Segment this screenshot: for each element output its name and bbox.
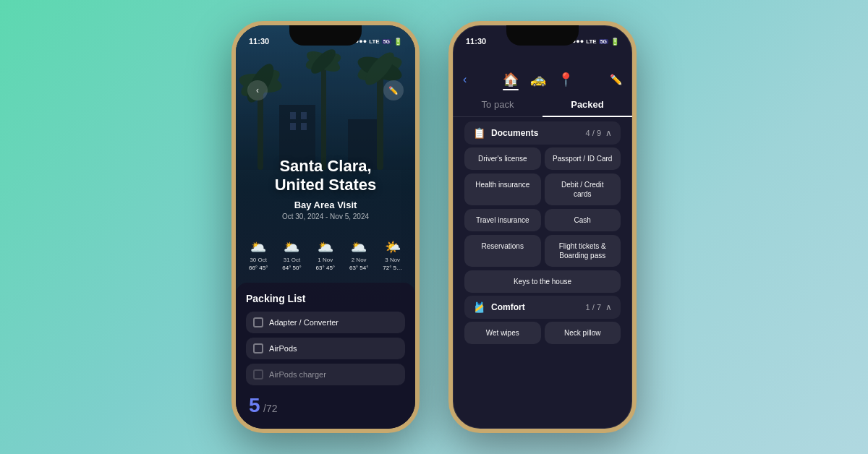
documents-category-left: 📋 Documents bbox=[473, 127, 538, 139]
status-icons-2: ●●● LTE 5G 🔋 bbox=[572, 38, 619, 46]
weather-temps-3: 63° 54° bbox=[349, 265, 368, 271]
item-cash[interactable]: Cash bbox=[545, 209, 621, 231]
city-section: Santa Clara, United States Bay Area Visi… bbox=[236, 142, 415, 228]
weather-day-0: 🌥️ 30 Oct 66° 45° bbox=[249, 239, 268, 271]
nav-location-icon[interactable]: 📍 bbox=[558, 72, 574, 87]
comfort-chevron-icon: ∧ bbox=[605, 302, 612, 312]
packing-counter: 5 /72 bbox=[249, 394, 278, 417]
back-button-1[interactable]: ‹ bbox=[247, 80, 268, 100]
packing-title: Packing List bbox=[246, 293, 305, 304]
item-reservations[interactable]: Reservations bbox=[464, 235, 541, 267]
weather-label-2: 1 Nov bbox=[318, 257, 333, 263]
packing-header: Packing List bbox=[246, 293, 405, 304]
checkbox-1[interactable] bbox=[253, 343, 263, 354]
item-wet-wipes[interactable]: Wet wipes bbox=[464, 322, 541, 344]
documents-category-header[interactable]: 📋 Documents 4 / 9 ∧ bbox=[464, 121, 621, 145]
weather-temps-2: 63° 45° bbox=[316, 265, 335, 271]
lte-badge-1: LTE bbox=[369, 38, 380, 45]
tab-packed[interactable]: Packed bbox=[542, 93, 632, 117]
categories-section: 📋 Documents 4 / 9 ∧ Driver's license Pas… bbox=[453, 117, 632, 429]
item-label-1: AirPods bbox=[269, 344, 297, 353]
comfort-count: 1 / 7 bbox=[586, 303, 601, 312]
phone2-nav: ‹ 🏠 🚕 📍 ✏️ bbox=[453, 67, 632, 90]
item-label-0: Adapter / Converter bbox=[269, 318, 339, 327]
phone-2: 11:30 ●●● LTE 5G 🔋 ‹ 🏠 🚕 📍 ✏️ bbox=[448, 21, 637, 433]
item-label-2: AirPods charger bbox=[269, 370, 326, 379]
counter-number: 5 bbox=[249, 394, 260, 416]
weather-temps-1: 64° 50° bbox=[282, 265, 301, 271]
comfort-icon: 🎽 bbox=[473, 301, 485, 313]
weather-label-4: 3 Nov bbox=[385, 257, 400, 263]
tabs-row: To pack Packed bbox=[453, 93, 632, 117]
weather-icon-2: 🌥️ bbox=[318, 239, 333, 255]
documents-chevron-icon: ∧ bbox=[605, 128, 612, 138]
weather-day-4: 🌤️ 3 Nov 72° 5… bbox=[383, 239, 402, 271]
active-indicator bbox=[503, 89, 519, 90]
5g-badge-2: 5G bbox=[599, 39, 608, 44]
edit-button-1[interactable]: ✏️ bbox=[383, 80, 404, 100]
comfort-category-left: 🎽 Comfort bbox=[473, 301, 525, 313]
phone-notch-1 bbox=[289, 25, 362, 46]
comfort-items-grid: Wet wipes Neck pillow bbox=[459, 322, 626, 344]
weather-icon-4: 🌤️ bbox=[385, 239, 401, 255]
comfort-count-group: 1 / 7 ∧ bbox=[586, 302, 612, 312]
weather-temps-0: 66° 45° bbox=[249, 265, 268, 271]
phone-notch-2 bbox=[506, 25, 579, 46]
weather-temps-4: 72° 5… bbox=[383, 265, 402, 271]
packing-items-list: Adapter / Converter AirPods AirPods char… bbox=[246, 312, 405, 385]
comfort-label: Comfort bbox=[491, 302, 525, 312]
nav-car-icon[interactable]: 🚕 bbox=[530, 72, 546, 87]
weather-day-1: 🌥️ 31 Oct 64° 50° bbox=[282, 239, 301, 271]
battery-icon-1: 🔋 bbox=[393, 38, 402, 46]
list-item[interactable]: AirPods bbox=[246, 338, 405, 359]
5g-badge-1: 5G bbox=[382, 39, 391, 44]
time-2: 11:30 bbox=[466, 37, 486, 46]
documents-label: Documents bbox=[491, 128, 538, 138]
documents-count: 4 / 9 bbox=[586, 129, 601, 137]
trip-name: Bay Area Visit bbox=[250, 200, 401, 210]
phone-1: 11:30 ●●● LTE 5G 🔋 ‹ ✏️ Santa Clara, Uni… bbox=[231, 21, 420, 433]
checkbox-2[interactable] bbox=[253, 369, 263, 380]
item-travel-insurance[interactable]: Travel insurance bbox=[464, 209, 541, 231]
nav-home-icon[interactable]: 🏠 bbox=[503, 72, 519, 87]
comfort-category-header[interactable]: 🎽 Comfort 1 / 7 ∧ bbox=[464, 296, 621, 319]
weather-row: 🌥️ 30 Oct 66° 45° 🌥️ 31 Oct 64° 50° 🌥️ 1… bbox=[236, 234, 415, 277]
battery-icon-2: 🔋 bbox=[610, 38, 619, 46]
tab-to-pack[interactable]: To pack bbox=[453, 93, 542, 116]
lte-badge-2: LTE bbox=[586, 38, 597, 45]
weather-icon-1: 🌥️ bbox=[284, 239, 299, 255]
weather-day-3: 🌥️ 2 Nov 63° 54° bbox=[349, 239, 368, 271]
checkbox-0[interactable] bbox=[253, 317, 263, 327]
weather-icon-3: 🌥️ bbox=[351, 239, 367, 255]
documents-count-group: 4 / 9 ∧ bbox=[586, 128, 612, 138]
documents-icon: 📋 bbox=[473, 127, 485, 139]
edit-button-2[interactable]: ✏️ bbox=[610, 74, 622, 85]
item-debit-cards[interactable]: Debit / Credit cards bbox=[545, 174, 621, 205]
weather-label-1: 31 Oct bbox=[284, 257, 301, 263]
item-keys[interactable]: Keys to the house bbox=[464, 270, 621, 293]
weather-label-3: 2 Nov bbox=[352, 257, 367, 263]
item-neck-pillow[interactable]: Neck pillow bbox=[545, 322, 621, 344]
documents-items-grid: Driver's license Passport / ID Card Heal… bbox=[459, 147, 626, 293]
item-passport[interactable]: Passport / ID Card bbox=[545, 147, 621, 170]
trip-dates: Oct 30, 2024 - Nov 5, 2024 bbox=[250, 213, 401, 220]
list-item[interactable]: AirPods charger bbox=[246, 364, 405, 385]
list-item[interactable]: Adapter / Converter bbox=[246, 312, 405, 333]
counter-total: /72 bbox=[263, 403, 277, 414]
weather-label-0: 30 Oct bbox=[250, 257, 267, 263]
item-health-insurance[interactable]: Health insurance bbox=[464, 174, 541, 205]
time-1: 11:30 bbox=[249, 37, 269, 46]
phone1-header: ‹ ✏️ bbox=[236, 74, 415, 106]
weather-day-2: 🌥️ 1 Nov 63° 45° bbox=[316, 239, 335, 271]
phone2-main: 11:30 ●●● LTE 5G 🔋 ‹ 🏠 🚕 📍 ✏️ bbox=[453, 25, 632, 429]
weather-icon-0: 🌥️ bbox=[250, 239, 266, 255]
item-drivers-license[interactable]: Driver's license bbox=[464, 147, 541, 170]
city-name: Santa Clara, United States bbox=[250, 157, 401, 195]
packing-section: Packing List Adapter / Converter AirPods… bbox=[236, 283, 415, 429]
status-icons-1: ●●● LTE 5G 🔋 bbox=[355, 38, 402, 46]
nav-icons-group: 🏠 🚕 📍 bbox=[503, 72, 574, 87]
back-button-2[interactable]: ‹ bbox=[463, 73, 467, 86]
item-flight-tickets[interactable]: Flight tickets &Boarding pass bbox=[545, 235, 621, 267]
